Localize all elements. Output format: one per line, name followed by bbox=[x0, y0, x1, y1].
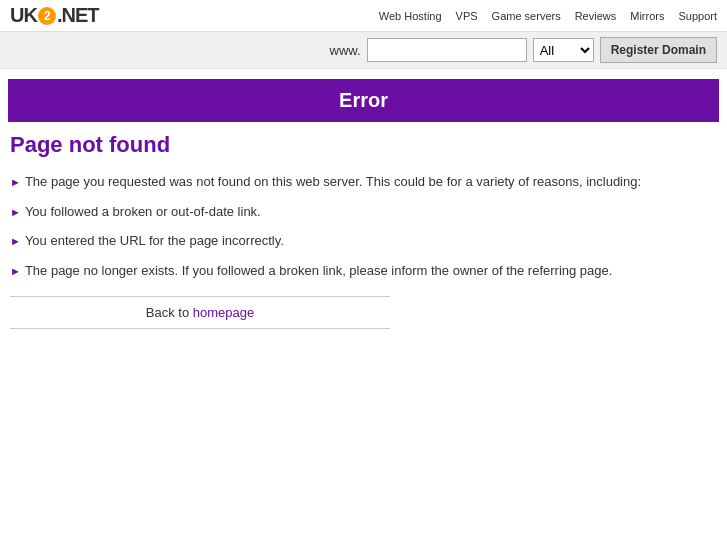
bullet-item-2: ► You followed a broken or out-of-date l… bbox=[10, 202, 717, 222]
logo-circle: 2 bbox=[38, 7, 56, 25]
bullet-item-1: ► The page you requested was not found o… bbox=[10, 172, 717, 192]
nav-vps[interactable]: VPS bbox=[456, 10, 478, 22]
back-section: Back to homepage bbox=[10, 296, 390, 329]
main-nav: Web Hosting VPS Game servers Reviews Mir… bbox=[379, 10, 717, 22]
nav-game-servers[interactable]: Game servers bbox=[492, 10, 561, 22]
logo: UK 2 .NET bbox=[10, 4, 98, 27]
bullet-text-4: The page no longer exists. If you follow… bbox=[25, 261, 613, 281]
bullet-arrow-3: ► bbox=[10, 233, 21, 250]
header: UK 2 .NET Web Hosting VPS Game servers R… bbox=[0, 0, 727, 32]
homepage-link[interactable]: homepage bbox=[193, 305, 254, 320]
logo-uk: UK bbox=[10, 4, 37, 27]
bullet-arrow-4: ► bbox=[10, 263, 21, 280]
bullet-text-2: You followed a broken or out-of-date lin… bbox=[25, 202, 261, 222]
back-text: Back to bbox=[146, 305, 193, 320]
nav-mirrors[interactable]: Mirrors bbox=[630, 10, 664, 22]
bullet-arrow-2: ► bbox=[10, 204, 21, 221]
www-label: www. bbox=[330, 43, 361, 58]
logo-net: .NET bbox=[57, 4, 99, 27]
domain-select[interactable]: All .co.uk .com .net .org bbox=[533, 38, 594, 62]
error-banner: Error bbox=[8, 79, 719, 122]
bullet-item-4: ► The page no longer exists. If you foll… bbox=[10, 261, 717, 281]
bullet-arrow-1: ► bbox=[10, 174, 21, 191]
bullet-text-1: The page you requested was not found on … bbox=[25, 172, 641, 192]
error-title: Error bbox=[339, 89, 388, 111]
nav-reviews[interactable]: Reviews bbox=[575, 10, 617, 22]
bullet-item-3: ► You entered the URL for the page incor… bbox=[10, 231, 717, 251]
nav-support[interactable]: Support bbox=[678, 10, 717, 22]
page-not-found-title: Page not found bbox=[10, 132, 717, 158]
bullet-text-3: You entered the URL for the page incorre… bbox=[25, 231, 284, 251]
domain-input[interactable] bbox=[367, 38, 527, 62]
register-domain-button[interactable]: Register Domain bbox=[600, 37, 717, 63]
nav-web-hosting[interactable]: Web Hosting bbox=[379, 10, 442, 22]
main-content: Page not found ► The page you requested … bbox=[0, 122, 727, 339]
domain-bar: www. All .co.uk .com .net .org Register … bbox=[0, 32, 727, 69]
